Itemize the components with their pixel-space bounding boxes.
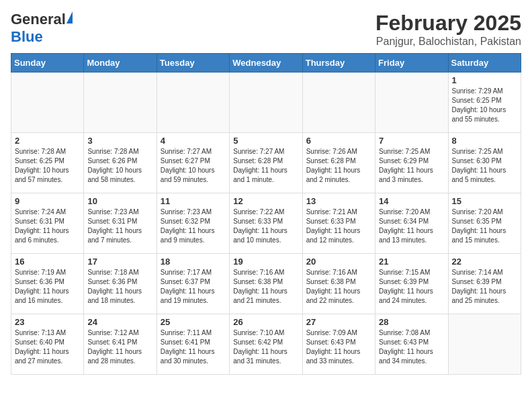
calendar-cell: 1Sunrise: 7:29 AM Sunset: 6:25 PM Daylig…: [448, 73, 521, 133]
day-info: Sunrise: 7:28 AM Sunset: 6:25 PM Dayligh…: [15, 147, 80, 185]
column-header-sunday: Sunday: [11, 54, 84, 73]
day-number: 14: [379, 196, 444, 206]
day-info: Sunrise: 7:12 AM Sunset: 6:41 PM Dayligh…: [87, 328, 152, 366]
day-info: Sunrise: 7:28 AM Sunset: 6:26 PM Dayligh…: [87, 147, 152, 185]
column-header-monday: Monday: [84, 54, 157, 73]
day-info: Sunrise: 7:16 AM Sunset: 6:38 PM Dayligh…: [233, 268, 298, 306]
calendar-cell: 2Sunrise: 7:28 AM Sunset: 6:25 PM Daylig…: [11, 133, 84, 193]
calendar-cell: 4Sunrise: 7:27 AM Sunset: 6:27 PM Daylig…: [157, 133, 229, 193]
calendar-cell: 8Sunrise: 7:25 AM Sunset: 6:30 PM Daylig…: [448, 133, 521, 193]
calendar-header-row: SundayMondayTuesdayWednesdayThursdayFrid…: [11, 54, 521, 73]
day-info: Sunrise: 7:25 AM Sunset: 6:29 PM Dayligh…: [379, 147, 444, 185]
day-info: Sunrise: 7:27 AM Sunset: 6:28 PM Dayligh…: [233, 147, 298, 185]
day-number: 3: [87, 136, 152, 146]
calendar-cell: 3Sunrise: 7:28 AM Sunset: 6:26 PM Daylig…: [84, 133, 157, 193]
day-number: 5: [233, 136, 298, 146]
column-header-wednesday: Wednesday: [230, 54, 302, 73]
day-info: Sunrise: 7:19 AM Sunset: 6:36 PM Dayligh…: [15, 268, 80, 306]
calendar-cell: [230, 73, 302, 133]
calendar-cell: 21Sunrise: 7:15 AM Sunset: 6:39 PM Dayli…: [375, 254, 448, 314]
calendar-cell: 28Sunrise: 7:08 AM Sunset: 6:43 PM Dayli…: [375, 314, 448, 375]
logo-blue: Blue: [11, 28, 43, 46]
calendar-cell: 13Sunrise: 7:21 AM Sunset: 6:33 PM Dayli…: [302, 193, 375, 254]
calendar-cell: [84, 73, 157, 133]
day-number: 26: [233, 317, 298, 327]
day-number: 25: [161, 317, 226, 327]
day-info: Sunrise: 7:10 AM Sunset: 6:42 PM Dayligh…: [233, 328, 298, 366]
day-number: 28: [379, 317, 444, 327]
column-header-tuesday: Tuesday: [157, 54, 229, 73]
calendar-cell: 22Sunrise: 7:14 AM Sunset: 6:39 PM Dayli…: [448, 254, 521, 314]
day-info: Sunrise: 7:24 AM Sunset: 6:31 PM Dayligh…: [15, 208, 80, 245]
calendar-cell: 12Sunrise: 7:22 AM Sunset: 6:33 PM Dayli…: [230, 193, 302, 254]
calendar-week-row: 1Sunrise: 7:29 AM Sunset: 6:25 PM Daylig…: [11, 73, 521, 133]
day-number: 19: [233, 257, 298, 267]
calendar-cell: 16Sunrise: 7:19 AM Sunset: 6:36 PM Dayli…: [11, 254, 84, 314]
logo-general: General: [11, 11, 66, 28]
day-info: Sunrise: 7:26 AM Sunset: 6:28 PM Dayligh…: [306, 147, 371, 185]
day-info: Sunrise: 7:18 AM Sunset: 6:36 PM Dayligh…: [87, 268, 152, 306]
calendar-cell: [11, 73, 84, 133]
day-info: Sunrise: 7:23 AM Sunset: 6:32 PM Dayligh…: [161, 208, 226, 245]
calendar-cell: [302, 73, 375, 133]
logo-triangle-icon: [66, 11, 73, 24]
calendar-cell: 17Sunrise: 7:18 AM Sunset: 6:36 PM Dayli…: [84, 254, 157, 314]
day-info: Sunrise: 7:13 AM Sunset: 6:40 PM Dayligh…: [15, 328, 80, 366]
calendar-cell: 7Sunrise: 7:25 AM Sunset: 6:29 PM Daylig…: [375, 133, 448, 193]
day-info: Sunrise: 7:11 AM Sunset: 6:41 PM Dayligh…: [161, 328, 226, 366]
calendar-cell: [157, 73, 229, 133]
day-number: 9: [15, 196, 80, 206]
calendar-cell: 18Sunrise: 7:17 AM Sunset: 6:37 PM Dayli…: [157, 254, 229, 314]
day-info: Sunrise: 7:15 AM Sunset: 6:39 PM Dayligh…: [379, 268, 444, 306]
day-info: Sunrise: 7:08 AM Sunset: 6:43 PM Dayligh…: [379, 328, 444, 366]
calendar-cell: 25Sunrise: 7:11 AM Sunset: 6:41 PM Dayli…: [157, 314, 229, 375]
day-info: Sunrise: 7:21 AM Sunset: 6:33 PM Dayligh…: [306, 208, 371, 245]
day-info: Sunrise: 7:16 AM Sunset: 6:38 PM Dayligh…: [306, 268, 371, 306]
calendar-cell: 11Sunrise: 7:23 AM Sunset: 6:32 PM Dayli…: [157, 193, 229, 254]
day-info: Sunrise: 7:29 AM Sunset: 6:25 PM Dayligh…: [452, 87, 517, 124]
column-header-thursday: Thursday: [302, 54, 375, 73]
day-info: Sunrise: 7:20 AM Sunset: 6:34 PM Dayligh…: [379, 208, 444, 245]
calendar-week-row: 16Sunrise: 7:19 AM Sunset: 6:36 PM Dayli…: [11, 254, 521, 314]
day-number: 2: [15, 136, 80, 146]
calendar-cell: 9Sunrise: 7:24 AM Sunset: 6:31 PM Daylig…: [11, 193, 84, 254]
day-number: 16: [15, 257, 80, 267]
day-number: 20: [306, 257, 371, 267]
day-number: 11: [161, 196, 226, 206]
day-info: Sunrise: 7:20 AM Sunset: 6:35 PM Dayligh…: [452, 208, 517, 245]
calendar-cell: 24Sunrise: 7:12 AM Sunset: 6:41 PM Dayli…: [84, 314, 157, 375]
logo: General Blue: [11, 11, 73, 46]
calendar-cell: [448, 314, 521, 375]
day-info: Sunrise: 7:25 AM Sunset: 6:30 PM Dayligh…: [452, 147, 517, 185]
calendar-cell: 5Sunrise: 7:27 AM Sunset: 6:28 PM Daylig…: [230, 133, 302, 193]
calendar-cell: 23Sunrise: 7:13 AM Sunset: 6:40 PM Dayli…: [11, 314, 84, 375]
day-number: 7: [379, 136, 444, 146]
day-info: Sunrise: 7:09 AM Sunset: 6:43 PM Dayligh…: [306, 328, 371, 366]
column-header-saturday: Saturday: [448, 54, 521, 73]
day-number: 10: [87, 196, 152, 206]
page-header: General Blue February 2025 Panjgur, Balo…: [11, 11, 521, 48]
day-info: Sunrise: 7:23 AM Sunset: 6:31 PM Dayligh…: [87, 208, 152, 245]
day-number: 23: [15, 317, 80, 327]
day-number: 13: [306, 196, 371, 206]
day-number: 12: [233, 196, 298, 206]
day-number: 15: [452, 196, 517, 206]
location-subtitle: Panjgur, Balochistan, Pakistan: [375, 36, 521, 48]
calendar-cell: 10Sunrise: 7:23 AM Sunset: 6:31 PM Dayli…: [84, 193, 157, 254]
month-year-title: February 2025: [375, 11, 521, 36]
calendar-cell: 19Sunrise: 7:16 AM Sunset: 6:38 PM Dayli…: [230, 254, 302, 314]
day-number: 21: [379, 257, 444, 267]
day-number: 6: [306, 136, 371, 146]
day-number: 1: [452, 75, 517, 85]
day-number: 22: [452, 257, 517, 267]
calendar-cell: 14Sunrise: 7:20 AM Sunset: 6:34 PM Dayli…: [375, 193, 448, 254]
column-header-friday: Friday: [375, 54, 448, 73]
calendar-cell: 15Sunrise: 7:20 AM Sunset: 6:35 PM Dayli…: [448, 193, 521, 254]
day-number: 4: [161, 136, 226, 146]
calendar-cell: 20Sunrise: 7:16 AM Sunset: 6:38 PM Dayli…: [302, 254, 375, 314]
day-number: 24: [87, 317, 152, 327]
calendar-week-row: 9Sunrise: 7:24 AM Sunset: 6:31 PM Daylig…: [11, 193, 521, 254]
calendar-cell: [375, 73, 448, 133]
day-number: 18: [161, 257, 226, 267]
day-number: 8: [452, 136, 517, 146]
